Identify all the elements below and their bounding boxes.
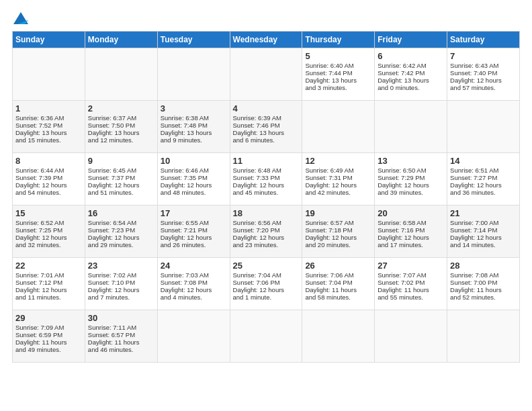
cell-line: and 48 minutes. [161, 189, 227, 196]
cell-line: Sunrise: 7:03 AM [161, 271, 227, 279]
calendar-week-2: 1Sunrise: 6:36 AMSunset: 7:52 PMDaylight… [13, 101, 520, 153]
day-number: 8 [15, 156, 82, 166]
calendar-cell: 23Sunrise: 7:02 AMSunset: 7:10 PMDayligh… [85, 258, 157, 310]
calendar-cell: 6Sunrise: 6:42 AMSunset: 7:42 PMDaylight… [375, 48, 447, 101]
day-number: 28 [450, 261, 517, 271]
cell-line: Sunrise: 6:57 AM [305, 219, 371, 226]
calendar-cell: 19Sunrise: 6:57 AMSunset: 7:18 PMDayligh… [302, 205, 375, 258]
cell-line: Sunset: 7:16 PM [378, 226, 444, 234]
cell-line: Sunrise: 6:37 AM [88, 114, 154, 122]
cell-line: and 29 minutes. [88, 241, 154, 248]
cell-line: Daylight: 13 hours [161, 129, 227, 136]
cell-line: Sunrise: 7:07 AM [378, 271, 444, 279]
cell-line: Sunset: 7:23 PM [88, 226, 154, 234]
calendar-week-3: 8Sunrise: 6:44 AMSunset: 7:39 PMDaylight… [13, 153, 520, 205]
cell-line: Sunset: 7:37 PM [88, 174, 154, 181]
cell-line: Sunset: 7:29 PM [378, 174, 444, 181]
header-row: SundayMondayTuesdayWednesdayThursdayFrid… [13, 32, 520, 48]
calendar-cell: 28Sunrise: 7:08 AMSunset: 7:00 PMDayligh… [447, 258, 520, 310]
cell-line: and 54 minutes. [15, 189, 82, 196]
cell-line: and 32 minutes. [15, 241, 82, 248]
cell-line: Sunrise: 6:39 AM [233, 114, 300, 122]
cell-line: and 57 minutes. [450, 84, 517, 91]
cell-line: Sunset: 6:57 PM [88, 331, 154, 338]
cell-line: and 26 minutes. [161, 241, 227, 248]
calendar-cell: 10Sunrise: 6:46 AMSunset: 7:35 PMDayligh… [157, 153, 230, 205]
cell-line: Sunset: 7:42 PM [378, 69, 444, 77]
col-header-thursday: Thursday [302, 32, 375, 48]
day-number: 22 [15, 261, 82, 271]
calendar-cell: 14Sunrise: 6:51 AMSunset: 7:27 PMDayligh… [447, 153, 520, 205]
cell-line: and 39 minutes. [378, 189, 444, 196]
cell-line: Sunrise: 6:48 AM [233, 167, 300, 174]
cell-line: Daylight: 12 hours [233, 234, 300, 241]
cell-line: and 23 minutes. [233, 241, 300, 248]
cell-line: Daylight: 12 hours [450, 77, 517, 84]
cell-line: and 1 minute. [233, 293, 300, 301]
calendar-cell: 16Sunrise: 6:54 AMSunset: 7:23 PMDayligh… [85, 205, 157, 258]
cell-line: Sunrise: 6:52 AM [15, 219, 82, 226]
col-header-monday: Monday [85, 32, 157, 48]
calendar-cell: 2Sunrise: 6:37 AMSunset: 7:50 PMDaylight… [85, 101, 157, 153]
col-header-tuesday: Tuesday [157, 32, 230, 48]
cell-line: Daylight: 12 hours [305, 181, 371, 189]
cell-line: Sunset: 7:00 PM [450, 279, 517, 286]
cell-line: Daylight: 12 hours [15, 234, 82, 241]
cell-line: and 42 minutes. [305, 189, 371, 196]
cell-line: Sunrise: 6:38 AM [161, 114, 227, 122]
cell-line: and 3 minutes. [305, 84, 371, 91]
cell-line: Sunset: 7:10 PM [88, 279, 154, 286]
calendar-page: SundayMondayTuesdayWednesdayThursdayFrid… [0, 0, 532, 411]
calendar-cell: 17Sunrise: 6:55 AMSunset: 7:21 PMDayligh… [157, 205, 230, 258]
cell-line: Daylight: 12 hours [161, 181, 227, 189]
cell-line: Sunrise: 6:49 AM [305, 167, 371, 174]
day-number: 5 [305, 51, 371, 61]
day-number: 9 [88, 156, 154, 166]
cell-line: Sunset: 7:39 PM [15, 174, 82, 181]
day-number: 29 [15, 313, 82, 323]
calendar-cell: 1Sunrise: 6:36 AMSunset: 7:52 PMDaylight… [13, 101, 85, 153]
cell-line: Sunrise: 7:00 AM [450, 219, 517, 226]
cell-line: Sunrise: 7:09 AM [15, 324, 82, 331]
cell-line: Daylight: 12 hours [233, 286, 300, 293]
cell-line: Sunset: 7:18 PM [305, 226, 371, 234]
cell-line: Sunrise: 7:02 AM [88, 271, 154, 279]
cell-line: Sunset: 7:02 PM [378, 279, 444, 286]
cell-line: Sunset: 7:33 PM [233, 174, 300, 181]
day-number: 23 [88, 261, 154, 271]
cell-line: and 45 minutes. [233, 189, 300, 196]
day-number: 3 [161, 103, 227, 113]
cell-line: Daylight: 12 hours [88, 181, 154, 189]
calendar-cell [375, 101, 447, 153]
cell-line: Daylight: 12 hours [161, 286, 227, 293]
calendar-week-5: 22Sunrise: 7:01 AMSunset: 7:12 PMDayligh… [13, 258, 520, 310]
day-number: 7 [450, 51, 517, 61]
cell-line: Sunrise: 6:43 AM [450, 62, 517, 69]
day-number: 18 [233, 208, 300, 218]
calendar-cell [302, 310, 375, 363]
cell-line: Sunrise: 6:40 AM [305, 62, 371, 69]
cell-line: and 55 minutes. [378, 293, 444, 301]
cell-line: Daylight: 11 hours [305, 286, 371, 293]
cell-line: Daylight: 12 hours [305, 234, 371, 241]
cell-line: Sunrise: 6:46 AM [161, 167, 227, 174]
day-number: 25 [233, 261, 300, 271]
calendar-cell [447, 310, 520, 363]
cell-line: Daylight: 12 hours [15, 181, 82, 189]
cell-line: and 11 minutes. [15, 293, 82, 301]
cell-line: Sunset: 7:50 PM [88, 122, 154, 129]
cell-line: and 4 minutes. [161, 293, 227, 301]
cell-line: Sunset: 7:08 PM [161, 279, 227, 286]
cell-line: Sunrise: 7:04 AM [233, 271, 300, 279]
cell-line: Sunset: 7:40 PM [450, 69, 517, 77]
cell-line: and 12 minutes. [88, 136, 154, 144]
calendar-cell: 5Sunrise: 6:40 AMSunset: 7:44 PMDaylight… [302, 48, 375, 101]
day-number: 1 [15, 103, 82, 113]
cell-line: and 49 minutes. [15, 346, 82, 353]
day-number: 26 [305, 261, 371, 271]
cell-line: Sunset: 7:25 PM [15, 226, 82, 234]
cell-line: Sunrise: 7:11 AM [88, 324, 154, 331]
day-number: 15 [15, 208, 82, 218]
cell-line: Daylight: 11 hours [378, 286, 444, 293]
calendar-cell: 4Sunrise: 6:39 AMSunset: 7:46 PMDaylight… [230, 101, 302, 153]
